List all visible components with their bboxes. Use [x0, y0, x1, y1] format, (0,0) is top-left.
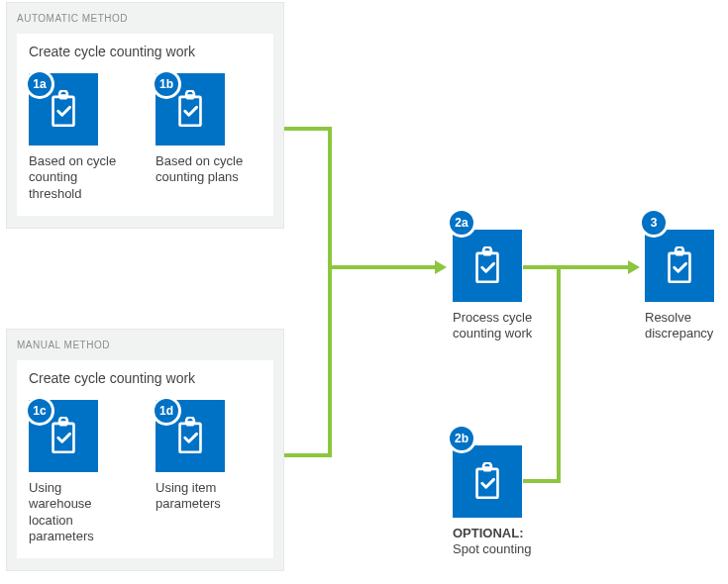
- arrow-icon: [435, 260, 447, 274]
- step-badge: 1c: [25, 396, 54, 426]
- connector: [328, 265, 437, 269]
- card-title: Create cycle counting work: [29, 44, 261, 59]
- step-tile: [453, 230, 522, 302]
- card-automatic: Create cycle counting work 1a Based on c…: [17, 34, 273, 216]
- step-1d: 1d Using item parameters: [156, 400, 255, 544]
- connector: [328, 127, 332, 457]
- step-label-text: Spot counting: [453, 541, 532, 556]
- step-2a: 2a Process cycle counting work: [453, 230, 562, 342]
- clipboard-check-icon: [663, 246, 696, 286]
- step-label: Process cycle counting work: [453, 310, 562, 342]
- step-label: Based on cycle counting threshold: [29, 153, 128, 202]
- step-badge: 1a: [25, 69, 54, 99]
- connector: [284, 453, 332, 457]
- panel-label: MANUAL METHOD: [17, 340, 273, 350]
- step-tile: [645, 230, 714, 302]
- step-badge: 2b: [447, 424, 476, 453]
- step-label: Resolve discrepancy: [645, 310, 728, 342]
- clipboard-check-icon: [470, 462, 504, 502]
- automatic-method-panel: AUTOMATIC METHOD Create cycle counting w…: [6, 2, 284, 229]
- clipboard-check-icon: [47, 90, 80, 130]
- step-badge: 2a: [447, 208, 476, 238]
- step-1c: 1c Using warehouse location parameters: [29, 400, 128, 544]
- card-title: Create cycle counting work: [29, 370, 261, 386]
- step-1a: 1a Based on cycle counting threshold: [29, 73, 128, 202]
- step-label: Based on cycle counting plans: [156, 153, 255, 186]
- clipboard-check-icon: [173, 90, 207, 130]
- card-manual: Create cycle counting work 1c Using ware…: [17, 360, 273, 558]
- step-label: Using item parameters: [156, 480, 255, 513]
- step-badge: 1d: [152, 396, 181, 426]
- panel-label: AUTOMATIC METHOD: [17, 13, 273, 24]
- step-label: Using warehouse location parameters: [29, 480, 128, 544]
- clipboard-check-icon: [47, 417, 80, 456]
- step-1b: 1b Based on cycle counting plans: [156, 73, 255, 202]
- clipboard-check-icon: [470, 246, 504, 286]
- step-badge: 1b: [152, 69, 181, 99]
- clipboard-check-icon: [173, 417, 207, 456]
- connector: [284, 127, 332, 131]
- arrow-icon: [628, 260, 640, 274]
- step-tile: [453, 445, 522, 518]
- step-3: 3 Resolve discrepancy: [645, 230, 728, 342]
- manual-method-panel: MANUAL METHOD Create cycle counting work…: [6, 329, 284, 571]
- optional-prefix: OPTIONAL:: [453, 526, 524, 540]
- step-badge: 3: [639, 208, 669, 238]
- step-label: OPTIONAL: Spot counting: [453, 526, 572, 558]
- step-2b: 2b OPTIONAL: Spot counting: [453, 445, 572, 558]
